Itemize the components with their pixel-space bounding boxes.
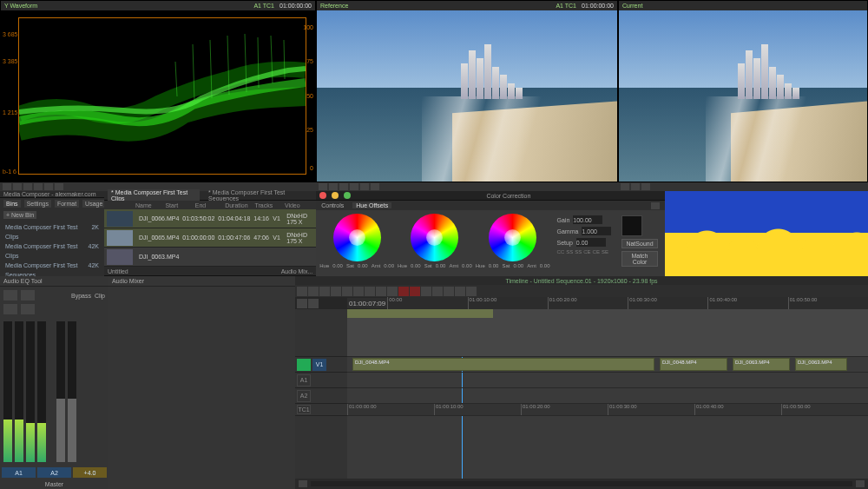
transport-button[interactable] bbox=[3, 183, 11, 190]
col-duration[interactable]: Duration bbox=[225, 202, 254, 208]
audio-mix-tab[interactable]: Audio Mix... bbox=[281, 268, 313, 274]
tool-button[interactable] bbox=[308, 287, 319, 296]
video-clip[interactable]: DJI_0048.MP4 bbox=[352, 358, 654, 371]
clip-row[interactable]: DJI_0063.MP4 bbox=[104, 248, 316, 267]
timeline-timecode[interactable]: 01:00:07:09 bbox=[347, 298, 387, 308]
video-clip[interactable]: DJI_0048.MP4 bbox=[660, 358, 727, 371]
col-end[interactable]: End bbox=[195, 202, 225, 208]
a2-label[interactable]: A2 bbox=[297, 390, 311, 402]
highlights-wheel[interactable]: Hue0.00Sat0.00Amt0.00 bbox=[476, 214, 550, 273]
record-button[interactable] bbox=[398, 287, 409, 296]
ruler-tick[interactable]: 01:00:20:00 bbox=[548, 297, 628, 309]
video-clip[interactable]: DJI_0063.MP4 bbox=[733, 358, 790, 371]
natsound-button[interactable]: NatSound bbox=[621, 239, 657, 248]
step-fwd-button[interactable] bbox=[339, 183, 348, 190]
transport-button[interactable] bbox=[631, 183, 640, 190]
track-a2-button[interactable]: A2 bbox=[37, 467, 71, 478]
bin-item[interactable]: Media Composer First Test Clips2K bbox=[5, 222, 99, 241]
col-video[interactable]: Video bbox=[285, 202, 314, 208]
untitled-tab[interactable]: Untitled bbox=[108, 268, 128, 274]
midtones-wheel[interactable]: Hue0.00Sat0.00Amt0.00 bbox=[398, 214, 472, 273]
track-area[interactable]: DJI_0048.MP4 DJI_0048.MP4 DJI_0063.MP4 D… bbox=[347, 309, 868, 479]
transport-button[interactable] bbox=[23, 183, 32, 190]
zoom-slider[interactable] bbox=[311, 481, 852, 486]
transport-button[interactable] bbox=[34, 183, 43, 190]
minimize-icon[interactable] bbox=[332, 192, 339, 199]
col-name[interactable]: Name bbox=[135, 202, 165, 208]
track-a1-button[interactable]: A1 bbox=[2, 467, 36, 478]
transport-button[interactable] bbox=[360, 183, 369, 190]
ruler-tick[interactable]: 01:00:40:00 bbox=[707, 297, 787, 309]
tool-button[interactable] bbox=[319, 287, 330, 296]
clip-row[interactable]: DJI_0066.MP4 01:03:50:02 01:04:04:18 14:… bbox=[104, 209, 316, 228]
tool-button[interactable] bbox=[297, 287, 307, 296]
eq-button[interactable] bbox=[21, 304, 35, 314]
eq-button[interactable] bbox=[3, 304, 17, 314]
tool-button[interactable] bbox=[331, 287, 341, 296]
bin-item[interactable]: Media Composer First Test Clips42K bbox=[5, 241, 99, 261]
new-bin-button[interactable]: + New Bin bbox=[3, 211, 36, 219]
reference-monitor[interactable] bbox=[317, 10, 617, 182]
maximize-icon[interactable] bbox=[344, 192, 351, 199]
col-tracks[interactable]: Tracks bbox=[255, 202, 285, 208]
ruler-tick[interactable]: 01:00:10:00 bbox=[468, 297, 548, 309]
gain-input[interactable] bbox=[573, 215, 602, 224]
eq-button[interactable] bbox=[21, 290, 35, 301]
transport-button[interactable] bbox=[621, 183, 629, 190]
setup-input[interactable] bbox=[576, 238, 606, 247]
tab-format[interactable]: Format bbox=[55, 200, 79, 208]
transport-button[interactable] bbox=[350, 183, 358, 190]
clips-tab[interactable]: * Media Composer First Test Sequences bbox=[205, 189, 312, 202]
shadows-wheel[interactable]: Hue0.00Sat0.00Amt0.00 bbox=[319, 214, 394, 273]
tab-bins[interactable]: Bins bbox=[3, 200, 21, 208]
tool-button[interactable] bbox=[376, 287, 386, 296]
transport-button[interactable] bbox=[13, 183, 22, 190]
cc-tab-controls[interactable]: Controls bbox=[321, 202, 344, 208]
col-start[interactable]: Start bbox=[165, 202, 194, 208]
ruler-tick[interactable]: 00:00 bbox=[387, 297, 467, 309]
tl-button[interactable] bbox=[308, 299, 319, 308]
current-monitor[interactable] bbox=[619, 10, 867, 182]
cc-scope[interactable] bbox=[621, 215, 642, 236]
track-selector[interactable] bbox=[297, 359, 311, 371]
tab-usage[interactable]: Usage bbox=[82, 200, 105, 208]
tool-button[interactable] bbox=[432, 287, 443, 296]
tool-button[interactable] bbox=[342, 287, 352, 296]
step-back-button[interactable] bbox=[319, 183, 327, 190]
zoom-in-button[interactable] bbox=[856, 480, 865, 487]
transport-button[interactable] bbox=[55, 183, 63, 190]
cc-tab-hue[interactable]: Hue Offsets bbox=[352, 202, 391, 208]
clip-label[interactable]: Clip bbox=[95, 293, 105, 299]
tc1-label[interactable]: TC1 bbox=[297, 405, 311, 414]
tool-button[interactable] bbox=[466, 287, 477, 296]
bypass-label[interactable]: Bypass bbox=[71, 293, 91, 299]
clips-tab[interactable]: * Media Composer First Test Clips bbox=[108, 189, 200, 202]
ruler-tick[interactable]: 01:00:30:00 bbox=[628, 297, 707, 309]
audio-fader[interactable] bbox=[68, 321, 76, 462]
tl-button[interactable] bbox=[297, 299, 307, 308]
eq-button[interactable] bbox=[3, 290, 17, 301]
overwrite-button[interactable] bbox=[410, 287, 420, 296]
audio-fader[interactable] bbox=[56, 321, 65, 462]
program-monitor[interactable] bbox=[665, 191, 868, 276]
clip-row[interactable]: DJI_0065.MP4 01:00:00:00 01:00:47:06 47:… bbox=[104, 228, 316, 248]
tool-button[interactable] bbox=[365, 287, 375, 296]
v1-label[interactable]: V1 bbox=[312, 359, 326, 371]
transport-button[interactable] bbox=[641, 183, 650, 190]
tool-button[interactable] bbox=[444, 287, 454, 296]
waveform-scope[interactable]: 3 685 3 385 1 215 b-1 6 100 75 50 25 0 bbox=[1, 10, 315, 182]
transport-button[interactable] bbox=[371, 183, 379, 190]
match-color-button[interactable]: Match Color bbox=[621, 251, 657, 267]
tab-settings[interactable]: Settings bbox=[24, 200, 51, 208]
video-clip[interactable]: DJI_0063.MP4 bbox=[795, 358, 847, 371]
tool-button[interactable] bbox=[421, 287, 431, 296]
tool-button[interactable] bbox=[387, 287, 398, 296]
ruler-tick[interactable]: 01:00:50:00 bbox=[788, 297, 868, 309]
close-icon[interactable] bbox=[319, 192, 326, 199]
transport-button[interactable] bbox=[44, 183, 53, 190]
gamma-input[interactable] bbox=[582, 227, 611, 235]
track-gain-button[interactable]: +4.0 bbox=[73, 467, 107, 478]
tool-button[interactable] bbox=[455, 287, 465, 296]
zoom-out-button[interactable] bbox=[299, 480, 307, 487]
timeline-segment[interactable] bbox=[347, 309, 493, 318]
